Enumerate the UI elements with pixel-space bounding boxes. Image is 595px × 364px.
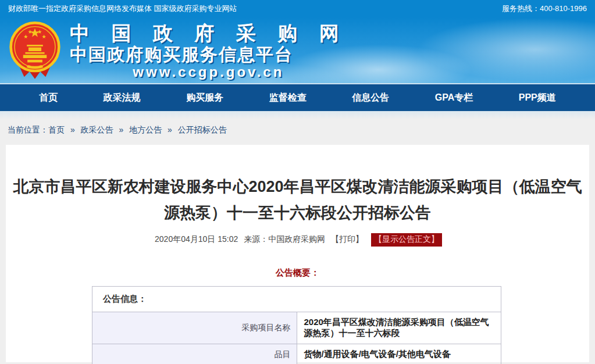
main-nav: 首页 政采法规 购买服务 监督检查 信息公告 GPA专栏 PPP频道 xyxy=(0,84,595,111)
breadcrumb-item-home[interactable]: 首页 xyxy=(48,125,65,134)
breadcrumb-item-notices[interactable]: 政采公告 xyxy=(81,125,113,134)
row-value-category: 货物/通用设备/电气设备/其他电气设备 xyxy=(297,344,501,364)
site-slogan: 财政部唯一指定政府采购信息网络发布媒体 国家级政府采购专业网站 xyxy=(8,3,237,14)
table-header-cell: 公告信息： xyxy=(92,287,501,312)
summary-heading: 公告概要： xyxy=(6,267,589,279)
nav-item-ppp[interactable]: PPP频道 xyxy=(519,92,556,104)
nav-item-announcements[interactable]: 信息公告 xyxy=(352,92,389,104)
site-url: www.ccgp.gov.cn xyxy=(70,65,347,79)
row-label-project-name: 采购项目名称 xyxy=(92,312,297,344)
nav-item-purchase-service[interactable]: 购买服务 xyxy=(186,92,223,104)
page-title: 北京市昌平区新农村建设服务中心2020年昌平区煤改清洁能源采购项目（低温空气源热… xyxy=(13,174,583,226)
nav-item-supervision[interactable]: 监督检查 xyxy=(269,92,307,104)
nav-item-home[interactable]: 首页 xyxy=(39,92,58,104)
row-label-category: 品目 xyxy=(92,344,297,364)
row-value-project-name: 2020年昌平区煤改清洁能源采购项目（低温空气源热泵）十一至十六标段 xyxy=(297,312,501,344)
breadcrumb-separator: » xyxy=(70,125,75,134)
brand-text: 中 国 政 府 采 购 网 中国政府购买服务信息平台 www.ccgp.gov.… xyxy=(70,23,347,79)
top-service-bar: 财政部唯一指定政府采购信息网络发布媒体 国家级政府采购专业网站 服务热线：400… xyxy=(0,0,595,17)
table-row: 采购项目名称 2020年昌平区煤改清洁能源采购项目（低温空气源热泵）十一至十六标… xyxy=(92,312,501,344)
nav-item-regulations[interactable]: 政采法规 xyxy=(104,92,141,104)
breadcrumb-separator: » xyxy=(119,125,123,134)
table-row: 品目 货物/通用设备/电气设备/其他电气设备 xyxy=(92,344,501,364)
publish-date: 2020年04月10日 15:02 xyxy=(155,234,238,244)
table-header-row: 公告信息： xyxy=(92,287,501,312)
breadcrumb: 当前位置：首页 » 政采公告 » 地方公告 » 公开招标公告 xyxy=(0,119,595,145)
nav-bottom-gradient xyxy=(0,111,595,119)
breadcrumb-label: 当前位置： xyxy=(8,125,48,134)
print-button[interactable]: 【打印】 xyxy=(331,234,364,244)
show-announcement-body-button[interactable]: 【显示公告正文】 xyxy=(371,233,442,247)
article-meta: 2020年04月10日 15:02 来源：中国政府采购网 【打印】 【显示公告正… xyxy=(6,233,589,247)
content-panel: 北京市昌平区新农村建设服务中心2020年昌平区煤改清洁能源采购项目（低温空气源热… xyxy=(6,145,589,362)
announcement-summary-table: 公告信息： 采购项目名称 2020年昌平区煤改清洁能源采购项目（低温空气源热泵）… xyxy=(92,286,501,364)
site-logo[interactable]: 中 国 政 府 采 购 网 中国政府购买服务信息平台 www.ccgp.gov.… xyxy=(8,21,347,81)
article-source: 来源：中国政府采购网 xyxy=(244,234,325,244)
national-emblem-icon xyxy=(8,21,62,81)
nav-item-gpa[interactable]: GPA专栏 xyxy=(435,92,473,104)
site-subtitle: 中国政府购买服务信息平台 xyxy=(70,45,347,64)
service-hotline: 服务热线：400-810-1996 xyxy=(502,3,587,14)
site-name: 中 国 政 府 采 购 网 xyxy=(70,23,347,44)
breadcrumb-separator: » xyxy=(168,125,172,134)
breadcrumb-item-open-bid[interactable]: 公开招标公告 xyxy=(178,125,227,134)
breadcrumb-item-local-notices[interactable]: 地方公告 xyxy=(129,125,162,134)
masthead: 中 国 政 府 采 购 网 中国政府购买服务信息平台 www.ccgp.gov.… xyxy=(0,17,595,84)
